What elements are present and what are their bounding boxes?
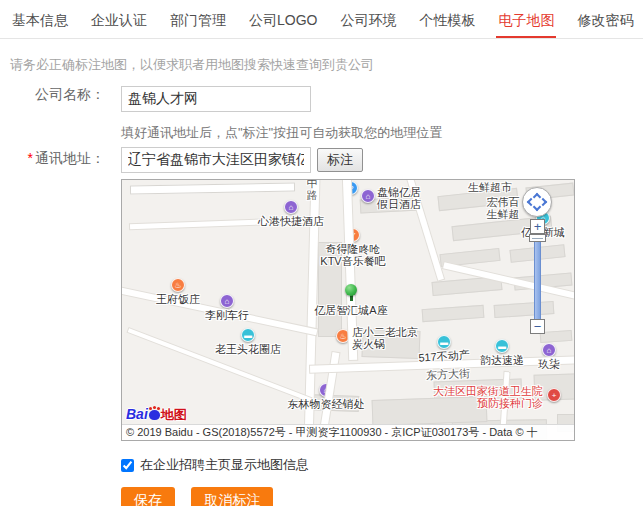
map-pan-control[interactable] bbox=[522, 187, 552, 217]
map-label-laowangtou-wreath-shop: 老王头花圈店 bbox=[215, 343, 281, 355]
cancel-mark-button[interactable]: 取消标注 bbox=[191, 487, 273, 506]
show-map-checkbox-label[interactable]: 在企业招聘主页显示地图信息 bbox=[140, 456, 309, 474]
tab-个性模板[interactable]: 个性模板 bbox=[417, 12, 477, 38]
map-road bbox=[128, 328, 311, 402]
address-input[interactable] bbox=[121, 147, 311, 173]
zoom-out-button[interactable]: − bbox=[530, 319, 545, 334]
baidu-paw-icon bbox=[149, 410, 160, 420]
map-poi-jiuqi-icon: ⌂ bbox=[542, 343, 556, 357]
address-row: *通讯地址： 填好通讯地址后，点"标注"按扭可自动获取您的地理位置 标注 bbox=[0, 124, 643, 173]
required-asterisk: * bbox=[28, 150, 33, 166]
baidu-logo: Bai地图 bbox=[126, 405, 187, 421]
zoom-slider-track[interactable] bbox=[534, 234, 541, 320]
map-label-location-pin: 亿居智汇城A座 bbox=[314, 304, 387, 316]
map-poi-ligang-auto-icon: ⌂ bbox=[220, 294, 234, 308]
save-button[interactable]: 保存 bbox=[121, 487, 175, 506]
tab-企业认证[interactable]: 企业认证 bbox=[89, 12, 149, 38]
tab-电子地图[interactable]: 电子地图 bbox=[496, 12, 556, 38]
tab-部门管理[interactable]: 部门管理 bbox=[168, 12, 228, 38]
map-building bbox=[422, 305, 485, 322]
map-poi-yunda-express-icon: ▬ bbox=[495, 339, 509, 353]
map-label-ligang-auto: 李刚车行 bbox=[205, 309, 249, 321]
zoom-in-button[interactable]: + bbox=[530, 219, 545, 234]
map-label-yunda-express: 韵达速递 bbox=[480, 354, 524, 366]
address-label: *通讯地址： bbox=[0, 124, 105, 173]
map-label-fresh-market-label: 生鲜超市 bbox=[468, 181, 512, 193]
action-buttons: 保存 取消标注 bbox=[121, 487, 643, 506]
map-building bbox=[494, 301, 555, 318]
address-helper-text: 填好通讯地址后，点"标注"按扭可自动获取您的地理位置 bbox=[121, 124, 442, 142]
location-pin-icon bbox=[345, 284, 357, 296]
map-label-tianjia-clinic: 大洼区田家街道卫生院 预防接种门诊 bbox=[433, 385, 543, 409]
tab-公司环境[interactable]: 公司环境 bbox=[338, 12, 398, 38]
tab-修改密码[interactable]: 修改密码 bbox=[575, 12, 635, 38]
baidu-map[interactable]: P⌂盘锦亿居 假日酒店⌂心港快捷酒店Y奇得隆咚呛 KTV音乐餐吧♨王府饭庄⌂李刚… bbox=[121, 179, 575, 441]
map-label-dianxiaoer-hotpot: 店小二老北京 炭火锅 bbox=[352, 326, 418, 350]
map-label-donglin-materials: 东林物资经销处 bbox=[288, 398, 365, 410]
map-label-panjin-yiju-holiday-hotel: 盘锦亿居 假日酒店 bbox=[377, 186, 421, 210]
map-copyright: © 2019 Baidu - GS(2018)5572号 - 甲测资字11009… bbox=[122, 424, 574, 440]
map-poi-517-realty-icon: ▬ bbox=[437, 335, 451, 349]
map-label-qidelong-ktv: 奇得隆咚呛 KTV音乐餐吧 bbox=[320, 243, 385, 267]
map-notice-text: 请务必正确标注地图，以便求职者用地图搜索快速查询到贵公司 bbox=[10, 56, 643, 74]
map-label-hongwei-market-label: 宏伟百 生鲜超 bbox=[487, 196, 520, 220]
map-building bbox=[130, 183, 295, 195]
map-poi-wangfu-restaurant-icon: ♨ bbox=[171, 278, 185, 292]
map-label-jiuqi: 玖柒 bbox=[538, 358, 560, 370]
company-name-label: 公司名称： bbox=[0, 86, 105, 112]
zoom-slider-handle[interactable] bbox=[529, 234, 546, 242]
map-label-xingang-express-hotel: 心港快捷酒店 bbox=[258, 215, 324, 227]
tab-基本信息[interactable]: 基本信息 bbox=[10, 12, 70, 38]
company-name-row: 公司名称： bbox=[0, 86, 643, 112]
show-map-checkbox[interactable] bbox=[121, 459, 134, 472]
map-poi-xingang-express-hotel-icon: ⌂ bbox=[284, 200, 298, 214]
display-option-row: 在企业招聘主页显示地图信息 bbox=[121, 456, 643, 474]
tab-公司LOGO[interactable]: 公司LOGO bbox=[247, 12, 319, 38]
map-poi-panjin-yiju-holiday-hotel-icon: ⌂ bbox=[361, 189, 375, 203]
map-label-wangfu-restaurant: 王府饭庄 bbox=[156, 293, 200, 305]
map-label-zhonglu-street-label: 中 路 bbox=[307, 179, 318, 201]
mark-location-button[interactable]: 标注 bbox=[317, 148, 363, 172]
map-canvas: P⌂盘锦亿居 假日酒店⌂心港快捷酒店Y奇得隆咚呛 KTV音乐餐吧♨王府饭庄⌂李刚… bbox=[122, 180, 574, 440]
map-poi-laowangtou-wreath-shop-icon: ▬ bbox=[241, 328, 255, 342]
map-poi-tianjia-clinic-icon: + bbox=[547, 388, 561, 402]
map-label-dongfang-street-label: 东方大街 bbox=[426, 367, 471, 381]
company-name-input[interactable] bbox=[121, 86, 311, 112]
tab-bar: 基本信息企业认证部门管理公司LOGO公司环境个性模板电子地图修改密码 bbox=[0, 0, 643, 39]
